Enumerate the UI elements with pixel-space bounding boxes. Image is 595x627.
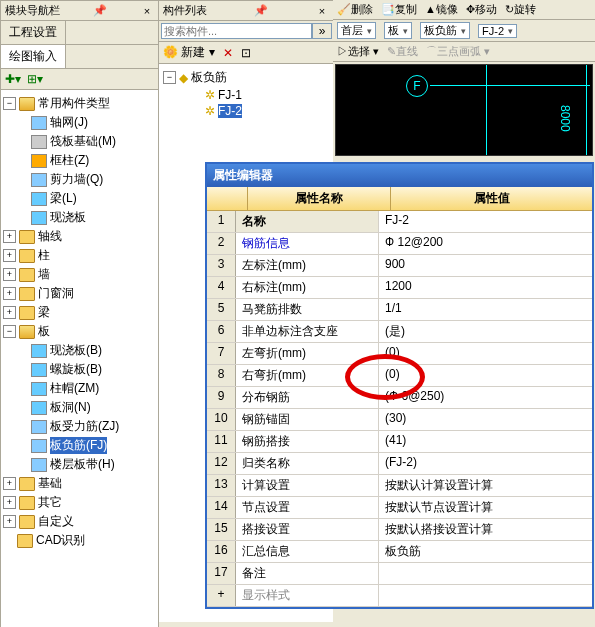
tree-item-other[interactable]: 其它 (38, 494, 62, 511)
prop-value[interactable]: (0) (379, 365, 592, 386)
tree-item-lxb[interactable]: 螺旋板(B) (50, 361, 102, 378)
close-icon[interactable]: × (314, 5, 330, 17)
tree-item-column[interactable]: 柱 (38, 247, 50, 264)
prop-value[interactable]: (41) (379, 431, 592, 452)
tree-item-castslab[interactable]: 现浇板 (50, 209, 86, 226)
collapse-icon[interactable]: − (3, 325, 16, 338)
close-icon[interactable]: × (139, 5, 155, 17)
component-combo[interactable]: FJ-2 (478, 24, 517, 38)
tree-item-zm[interactable]: 柱帽(ZM) (50, 380, 99, 397)
tree-item-axisline[interactable]: 轴线 (38, 228, 62, 245)
tab-draw-input[interactable]: 绘图输入 (1, 45, 66, 68)
prop-row-18[interactable]: +显示样式 (207, 585, 592, 607)
prop-row-8[interactable]: 8右弯折(mm)(0) (207, 365, 592, 387)
tree-root[interactable]: 常用构件类型 (38, 95, 110, 112)
collapse-icon[interactable]: − (3, 97, 16, 110)
tree-item-beam[interactable]: 梁(L) (50, 190, 77, 207)
prop-value[interactable]: (是) (379, 321, 592, 342)
prop-row-2[interactable]: 2钢筋信息Ф 12@200 (207, 233, 592, 255)
prop-row-15[interactable]: 15搭接设置按默认搭接设置计算 (207, 519, 592, 541)
comp-item-fj2-selected[interactable]: FJ-2 (218, 104, 242, 118)
category-combo[interactable]: 板 (384, 22, 412, 39)
tree-tool2-icon[interactable]: ⊞▾ (27, 72, 43, 86)
module-nav-title: 模块导航栏 (5, 3, 60, 18)
prop-value[interactable]: 900 (379, 255, 592, 276)
extra-icon[interactable]: ⊡ (241, 46, 251, 60)
pin-icon[interactable]: 📌 (254, 4, 268, 17)
tree-item-custom[interactable]: 自定义 (38, 513, 74, 530)
prop-value[interactable]: 1200 (379, 277, 592, 298)
expand-icon[interactable]: + (3, 230, 16, 243)
tab-project-settings[interactable]: 工程设置 (1, 21, 66, 44)
prop-value[interactable]: 板负筋 (379, 541, 592, 562)
prop-row-4[interactable]: 4右标注(mm)1200 (207, 277, 592, 299)
prop-value[interactable]: (30) (379, 409, 592, 430)
prop-value[interactable]: FJ-2 (379, 211, 592, 232)
prop-row-9[interactable]: 9分布钢筋(Ф 6@250) (207, 387, 592, 409)
expand-icon[interactable]: + (3, 287, 16, 300)
prop-value[interactable]: 按默认搭接设置计算 (379, 519, 592, 540)
expand-icon[interactable]: + (3, 249, 16, 262)
tree-item-framecol[interactable]: 框柱(Z) (50, 152, 89, 169)
prop-row-7[interactable]: 7左弯折(mm)(0) (207, 343, 592, 365)
prop-row-13[interactable]: 13计算设置按默认计算设置计算 (207, 475, 592, 497)
tree-item-axis[interactable]: 轴网(J) (50, 114, 88, 131)
tree-item-lcbd[interactable]: 楼层板带(H) (50, 456, 115, 473)
search-input[interactable] (161, 23, 312, 39)
tree-item-fj-selected[interactable]: 板负筋(FJ) (50, 437, 107, 454)
floor-combo[interactable]: 首层 (337, 22, 376, 39)
prop-row-3[interactable]: 3左标注(mm)900 (207, 255, 592, 277)
mirror-button[interactable]: ▲镜像 (425, 2, 458, 17)
prop-value[interactable]: 按默认节点设置计算 (379, 497, 592, 518)
tree-item-shearwall[interactable]: 剪力墙(Q) (50, 171, 103, 188)
prop-row-5[interactable]: 5马凳筋排数1/1 (207, 299, 592, 321)
prop-row-16[interactable]: 16汇总信息板负筋 (207, 541, 592, 563)
prop-value[interactable] (379, 563, 592, 584)
prop-value[interactable]: (0) (379, 343, 592, 364)
new-button[interactable]: 🌼 新建 ▾ (163, 44, 215, 61)
drawing-canvas[interactable]: F 8000 (335, 64, 593, 156)
tree-item-xjb[interactable]: 现浇板(B) (50, 342, 102, 359)
expand-icon[interactable]: + (3, 496, 16, 509)
prop-value[interactable]: Ф 12@200 (379, 233, 592, 254)
tree-item-cad[interactable]: CAD识别 (36, 532, 85, 549)
move-button[interactable]: ✥移动 (466, 2, 497, 17)
tree-item-opening[interactable]: 门窗洞 (38, 285, 74, 302)
rotate-button[interactable]: ↻旋转 (505, 2, 536, 17)
comp-item-fj1[interactable]: FJ-1 (218, 88, 242, 102)
prop-value[interactable] (379, 585, 592, 606)
prop-row-11[interactable]: 11钢筋搭接(41) (207, 431, 592, 453)
tree-item-bd[interactable]: 板洞(N) (50, 399, 91, 416)
prop-value[interactable]: (Ф 6@250) (379, 387, 592, 408)
prop-row-1[interactable]: 1名称FJ-2 (207, 211, 592, 233)
tree-item-slab2[interactable]: 板 (38, 323, 50, 340)
tree-item-raft[interactable]: 筏板基础(M) (50, 133, 116, 150)
expand-icon[interactable]: + (3, 268, 16, 281)
prop-value[interactable]: (FJ-2) (379, 453, 592, 474)
pin-icon[interactable]: 📌 (93, 4, 107, 17)
tree-item-wall[interactable]: 墙 (38, 266, 50, 283)
prop-row-12[interactable]: 12归类名称(FJ-2) (207, 453, 592, 475)
collapse-icon[interactable]: − (163, 71, 176, 84)
comp-root[interactable]: 板负筋 (191, 69, 227, 86)
expand-icon[interactable]: + (3, 515, 16, 528)
delete-button[interactable]: 🧹删除 (337, 2, 373, 17)
tree-tool-icon[interactable]: ✚▾ (5, 72, 21, 86)
prop-row-14[interactable]: 14节点设置按默认节点设置计算 (207, 497, 592, 519)
tree-item-beam2[interactable]: 梁 (38, 304, 50, 321)
expand-icon[interactable]: + (3, 477, 16, 490)
expand-icon[interactable]: + (3, 306, 16, 319)
prop-row-17[interactable]: 17备注 (207, 563, 592, 585)
delete-icon[interactable]: ✕ (223, 46, 233, 60)
copy-button[interactable]: 📑复制 (381, 2, 417, 17)
select-button[interactable]: ▷选择 ▾ (337, 44, 379, 59)
search-go-button[interactable]: » (312, 23, 332, 39)
tree-item-zj[interactable]: 板受力筋(ZJ) (50, 418, 119, 435)
prop-value[interactable]: 按默认计算设置计算 (379, 475, 592, 496)
type-combo[interactable]: 板负筋 (420, 22, 470, 39)
prop-row-6[interactable]: 6非单边标注含支座(是) (207, 321, 592, 343)
prop-row-10[interactable]: 10钢筋锚固(30) (207, 409, 592, 431)
tree-item-foundation[interactable]: 基础 (38, 475, 62, 492)
prop-row-index: 4 (207, 277, 236, 298)
prop-value[interactable]: 1/1 (379, 299, 592, 320)
